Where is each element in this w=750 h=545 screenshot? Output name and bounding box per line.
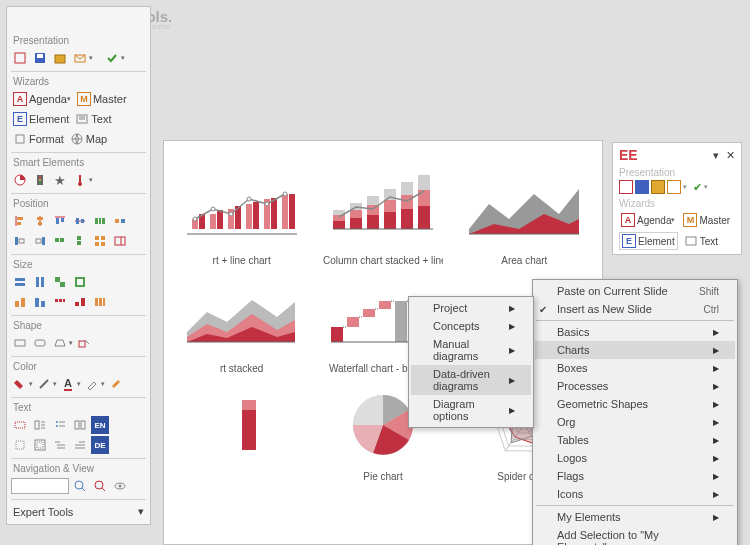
edit-shape-icon[interactable]: [75, 334, 93, 352]
size-b-icon[interactable]: [31, 293, 49, 311]
textbox-icon[interactable]: [11, 416, 29, 434]
submenu-manual[interactable]: Manual diagrams▶: [411, 335, 531, 365]
zoom-out-icon[interactable]: [71, 477, 89, 495]
mini-new-icon[interactable]: [619, 180, 633, 194]
same-width-icon[interactable]: [11, 273, 29, 291]
gallery-item[interactable]: Column chart stacked + line...: [315, 166, 450, 266]
menu-org[interactable]: Org▶: [535, 413, 735, 431]
align-top-icon[interactable]: [51, 212, 69, 230]
lang-en-icon[interactable]: EN: [91, 416, 109, 434]
bullet-icon[interactable]: [51, 416, 69, 434]
mini-save-icon[interactable]: [635, 180, 649, 194]
save-icon[interactable]: [31, 49, 49, 67]
arrange-icon[interactable]: [51, 232, 69, 250]
dock-left-icon[interactable]: [11, 232, 29, 250]
size-a-icon[interactable]: [11, 293, 29, 311]
agenda-button[interactable]: AAgenda▾: [11, 90, 73, 108]
menu-basics[interactable]: Basics▶: [535, 323, 735, 341]
swap-icon[interactable]: [111, 212, 129, 230]
dock-right-icon[interactable]: [31, 232, 49, 250]
size-c-icon[interactable]: [51, 293, 69, 311]
menu-logos[interactable]: Logos▶: [535, 449, 735, 467]
eyedropper-icon[interactable]: [83, 375, 101, 393]
check-icon[interactable]: [103, 49, 121, 67]
menu-addselection[interactable]: Add Selection to "My Elements"...: [535, 526, 735, 545]
grid-icon[interactable]: [91, 232, 109, 250]
menu-processes[interactable]: Processes▶: [535, 377, 735, 395]
rect-shape-icon[interactable]: [11, 334, 29, 352]
nav-input[interactable]: [11, 478, 69, 494]
submenu-data[interactable]: Data-driven diagrams▶: [411, 365, 531, 395]
menu-flags[interactable]: Flags▶: [535, 467, 735, 485]
fill-icon[interactable]: [11, 375, 29, 393]
caret-icon[interactable]: ▾: [121, 54, 125, 62]
outdent-icon[interactable]: [71, 436, 89, 454]
size-e-icon[interactable]: [91, 293, 109, 311]
menu-charts[interactable]: Charts▶: [535, 341, 735, 359]
caret-icon[interactable]: ▾: [69, 339, 73, 347]
folder-icon[interactable]: [51, 49, 69, 67]
align-center-icon[interactable]: [31, 212, 49, 230]
star-icon[interactable]: ★: [51, 171, 69, 189]
trap-shape-icon[interactable]: [51, 334, 69, 352]
mini-check-icon[interactable]: ✔: [693, 181, 702, 194]
caret-icon[interactable]: ▾: [89, 176, 93, 184]
menu-myelements[interactable]: My Elements▶: [535, 508, 735, 526]
view-icon[interactable]: [111, 477, 129, 495]
format-button[interactable]: Format: [11, 130, 66, 148]
rp-master[interactable]: MMaster: [681, 211, 732, 229]
line-icon[interactable]: [35, 375, 53, 393]
same-size-icon[interactable]: [51, 273, 69, 291]
rounded-shape-icon[interactable]: [31, 334, 49, 352]
menu-geom[interactable]: Geometric Shapes▶: [535, 395, 735, 413]
thermometer-icon[interactable]: [71, 171, 89, 189]
submenu-project[interactable]: Project▶: [411, 299, 531, 317]
harvey-ball-icon[interactable]: [11, 171, 29, 189]
map-button[interactable]: Map: [68, 130, 109, 148]
caret-icon[interactable]: ▾: [101, 380, 105, 388]
mail-icon[interactable]: [71, 49, 89, 67]
master-button[interactable]: MMaster: [75, 90, 129, 108]
caret-icon[interactable]: ▾: [704, 183, 708, 191]
menu-tables[interactable]: Tables▶: [535, 431, 735, 449]
mini-folder-icon[interactable]: [651, 180, 665, 194]
close-icon[interactable]: ✕: [726, 149, 735, 162]
align-left-icon[interactable]: [11, 212, 29, 230]
same-height-icon[interactable]: [31, 273, 49, 291]
caret-icon[interactable]: ▾: [683, 183, 687, 191]
gallery-item[interactable]: rt stacked: [174, 274, 309, 374]
distribute-h-icon[interactable]: [91, 212, 109, 230]
element-button[interactable]: EElement: [11, 110, 71, 128]
menu-paste[interactable]: Paste on Current SlideShift: [535, 282, 735, 300]
rp-agenda[interactable]: AAgenda▾: [619, 211, 677, 229]
rp-element[interactable]: EElement: [619, 232, 678, 250]
stretch-icon[interactable]: [71, 273, 89, 291]
submenu-concepts[interactable]: Concepts▶: [411, 317, 531, 335]
lang-de-icon[interactable]: DE: [91, 436, 109, 454]
indent-icon[interactable]: [51, 436, 69, 454]
font-color-icon[interactable]: A: [59, 375, 77, 393]
pin-icon[interactable]: ▾: [713, 149, 719, 162]
golden-icon[interactable]: [111, 232, 129, 250]
split-icon[interactable]: [71, 416, 89, 434]
wrap-icon[interactable]: [31, 416, 49, 434]
expert-tools-row[interactable]: Expert Tools ▾: [11, 503, 146, 520]
size-d-icon[interactable]: [71, 293, 89, 311]
brush-icon[interactable]: [107, 375, 125, 393]
caret-icon[interactable]: ▾: [29, 380, 33, 388]
gallery-item[interactable]: Area chart: [457, 166, 592, 266]
submenu-opts[interactable]: Diagram options▶: [411, 395, 531, 425]
new-slide-icon[interactable]: [11, 49, 29, 67]
gallery-item[interactable]: [174, 382, 309, 482]
align-middle-icon[interactable]: [71, 212, 89, 230]
menu-boxes[interactable]: Boxes▶: [535, 359, 735, 377]
gallery-item[interactable]: rt + line chart: [174, 166, 309, 266]
text-button[interactable]: Text: [73, 110, 113, 128]
margin2-icon[interactable]: [31, 436, 49, 454]
menu-insert[interactable]: ✔Insert as New SlideCtrl: [535, 300, 735, 318]
mini-mail-icon[interactable]: [667, 180, 681, 194]
rp-text[interactable]: Text: [682, 232, 720, 250]
caret-icon[interactable]: ▾: [89, 54, 93, 62]
zoom-in-icon[interactable]: [91, 477, 109, 495]
arrange-v-icon[interactable]: [71, 232, 89, 250]
